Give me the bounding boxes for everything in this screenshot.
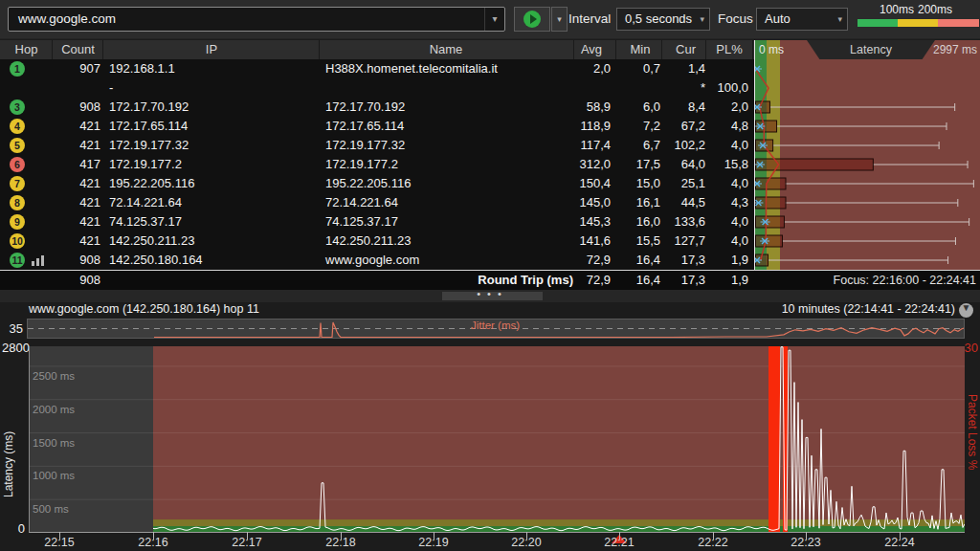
hop-cur: 44,5	[662, 193, 705, 212]
hop-avg: 2,0	[563, 59, 611, 78]
col-header-ip[interactable]: IP	[103, 40, 320, 59]
col-header-hop[interactable]: Hop	[0, 40, 53, 59]
svg-text:2000 ms: 2000 ms	[33, 404, 75, 415]
latency-column-title: Latency	[807, 40, 935, 59]
hop-number-badge: 4	[10, 119, 25, 134]
col-header-min[interactable]: Min	[620, 40, 660, 59]
target-address-value[interactable]: www.google.com	[18, 8, 116, 31]
hop-ip: 172.19.177.32	[109, 136, 318, 155]
x-axis-label: 22:15	[35, 536, 83, 549]
hop-count: 421	[53, 212, 100, 231]
interval-select[interactable]: 0,5 seconds ▾	[616, 8, 710, 31]
hop-ip: 142.250.180.164	[109, 251, 318, 270]
hop-cur: 127,7	[662, 231, 705, 251]
x-axis-label: 22:23	[782, 536, 830, 549]
col-header-name[interactable]: Name	[320, 40, 572, 59]
hop-number-badge: 10	[10, 233, 25, 249]
hop-number-badge: 8	[10, 195, 25, 210]
hop-name: 142.250.211.23	[325, 231, 561, 251]
x-axis-label: 22:20	[502, 536, 550, 549]
time-range-label[interactable]: 10 minutes (22:14:41 - 22:24:41)	[782, 302, 955, 316]
hop-packet-loss: 4,8	[706, 117, 748, 136]
hop-ip: 172.17.70.192	[109, 98, 318, 117]
splitter-grip[interactable]: •••	[442, 292, 543, 300]
hop-min: 16,4	[616, 251, 660, 270]
hop-packet-loss: 1,9	[706, 251, 748, 270]
hop-count: 421	[53, 136, 100, 155]
hop-count: 421	[53, 193, 100, 212]
timeline-graph-title: www.google.com (142.250.180.164) hop 11	[29, 302, 259, 316]
col-header-count[interactable]: Count	[53, 40, 103, 59]
toolbar: www.google.com ▾ ▾ Interval 0,5 seconds …	[0, 0, 980, 39]
col-header-cur[interactable]: Cur	[666, 40, 705, 59]
legend-green-segment	[858, 19, 898, 27]
latency-timeline-plot[interactable]: 2500 ms2000 ms1500 ms1000 ms500 ms	[29, 346, 965, 533]
collapse-graph-button[interactable]: ▼	[959, 303, 973, 318]
focus-value: Auto	[765, 9, 791, 30]
hop-row[interactable]: 6417172.19.177.2172.19.177.2312,017,564,…	[0, 155, 980, 174]
legend-yellow-segment	[898, 19, 938, 27]
hop-cur: 64,0	[662, 155, 705, 174]
hop-cur: 8,4	[662, 98, 705, 117]
hop-row[interactable]: 5421172.19.177.32172.19.177.32117,46,710…	[0, 136, 980, 155]
hop-name: 72.14.221.64	[325, 193, 561, 212]
hop-cur: 133,6	[662, 212, 705, 231]
hop-row[interactable]: 4421172.17.65.114172.17.65.114118,97,267…	[0, 117, 980, 136]
hop-ip: 72.14.221.64	[109, 193, 318, 212]
x-axis-label: 22:22	[689, 536, 737, 549]
round-trip-label: Round Trip (ms)	[383, 271, 573, 290]
hop-ip: 172.19.177.2	[109, 155, 318, 174]
hop-avg: 312,0	[563, 155, 611, 174]
hop-min	[616, 78, 660, 98]
hop-row[interactable]: 7421195.22.205.116195.22.205.116150,415,…	[0, 174, 980, 193]
latency-scale-max: 2997 ms	[933, 40, 977, 59]
hop-row[interactable]: 3908172.17.70.192172.17.70.19258,96,08,4…	[0, 98, 980, 117]
x-axis-label: 22:24	[876, 536, 924, 549]
loss-axis-title: Packet Loss %	[966, 394, 979, 518]
address-dropdown-arrow-icon[interactable]: ▾	[484, 8, 504, 31]
column-separator	[319, 40, 320, 59]
x-axis-label: 22:18	[317, 536, 365, 549]
hop-row[interactable]: 842172.14.221.6472.14.221.64145,016,144,…	[0, 193, 980, 212]
hop-ip: 192.168.1.1	[109, 59, 318, 78]
focus-select[interactable]: Auto ▾	[756, 8, 848, 31]
hop-count: 908	[53, 98, 100, 117]
column-separator	[573, 40, 574, 59]
hop-row[interactable]: 942174.125.37.1774.125.37.17145,316,0133…	[0, 212, 980, 231]
summary-cur: 17,3	[662, 271, 705, 290]
hop-count	[53, 78, 100, 98]
hop-number-badge: 7	[10, 176, 25, 191]
hop-ip: 172.17.65.114	[109, 117, 318, 136]
panel-splitter[interactable]: •••	[0, 290, 980, 302]
hop-row[interactable]: -*100,0	[0, 78, 980, 98]
x-axis-label: 22:19	[410, 536, 457, 549]
hop-ip: 74.125.37.17	[109, 212, 318, 231]
hop-min: 16,1	[616, 193, 660, 212]
latency-axis-max: 2800	[2, 341, 27, 355]
hop-avg: 141,6	[563, 231, 611, 251]
hop-table-header: Hop Count IP Name Avg Min Cur PL% 0 ms L…	[0, 40, 980, 59]
hop-row[interactable]: 10421142.250.211.23142.250.211.23141,615…	[0, 231, 980, 251]
x-axis-label: 22:21	[595, 536, 643, 549]
hop-count: 421	[53, 174, 100, 193]
interval-value: 0,5 seconds	[625, 9, 692, 30]
hop-number-badge: 11	[10, 253, 25, 268]
hop-packet-loss	[706, 59, 748, 78]
hop-count: 908	[53, 251, 100, 270]
hop-count: 417	[53, 155, 100, 174]
column-separator	[52, 40, 53, 59]
start-trace-button[interactable]	[514, 7, 550, 32]
latency-axis-min: 0	[11, 521, 25, 536]
focus-label: Focus	[718, 0, 753, 38]
hop-row[interactable]: 11908142.250.180.164www.google.com72,916…	[0, 251, 980, 270]
hop-row[interactable]: 1907192.168.1.1H388X.homenet.telecomital…	[0, 59, 980, 78]
column-separator	[705, 40, 706, 59]
hop-packet-loss: 4,0	[706, 231, 748, 251]
target-address-combo[interactable]: www.google.com ▾	[8, 7, 505, 32]
hop-cur: 1,4	[662, 59, 705, 78]
hop-table: 1907192.168.1.1H388X.homenet.telecomital…	[0, 59, 980, 270]
hop-avg: 72,9	[563, 251, 611, 270]
col-header-pl[interactable]: PL%	[708, 40, 750, 59]
col-header-avg[interactable]: Avg	[570, 40, 612, 59]
start-options-arrow-icon[interactable]: ▾	[551, 7, 568, 32]
